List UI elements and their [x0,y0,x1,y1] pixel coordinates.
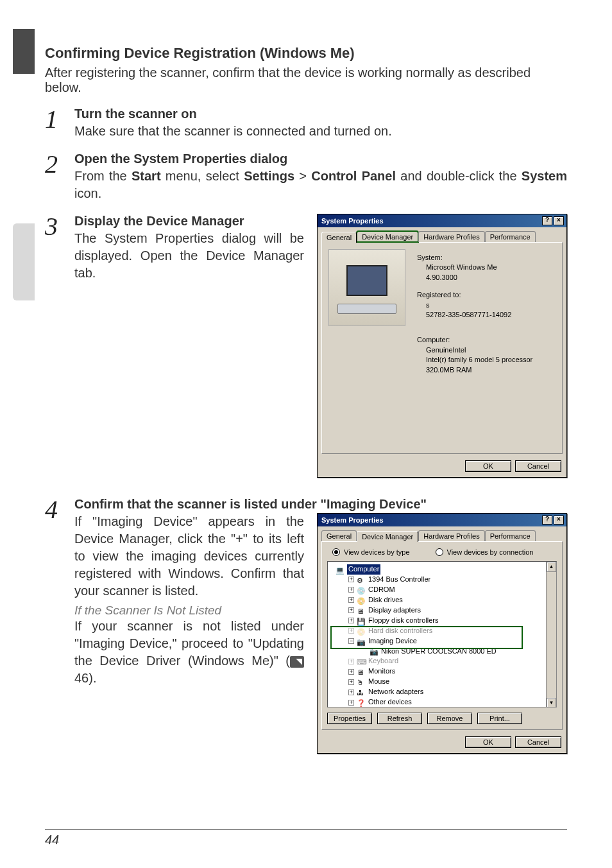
monitor-icon: 🖥 [357,668,366,675]
floppy-icon: 💾 [357,617,366,625]
expand-icon[interactable]: + [348,690,354,695]
other-icon: ❓ [357,699,366,706]
expand-icon[interactable]: + [348,679,354,685]
system-label: System: [417,253,556,263]
radio-label: View devices by type [344,548,410,556]
tree-node[interactable]: +⌨Keyboard [330,656,554,666]
vertical-tab-dark [13,29,35,74]
device-manager-panel: View devices by type View devices by con… [321,541,563,730]
help-button[interactable]: ? [542,516,552,525]
step-3: 3 Display the Device Manager The System … [45,214,567,478]
help-button[interactable]: ? [542,216,552,225]
expand-icon[interactable]: + [348,597,354,603]
tab-general[interactable]: General [321,232,357,243]
print-button[interactable]: Print... [477,713,522,724]
tab-device-manager[interactable]: Device Manager [357,531,418,542]
tab-performance[interactable]: Performance [485,231,536,242]
step-title: Open the System Properties dialog [74,152,567,166]
ok-button[interactable]: OK [465,736,511,748]
system-properties-dialog-general: System Properties ? × General Device Man… [317,214,567,478]
scanner-icon: 📷 [370,647,378,655]
cancel-button[interactable]: Cancel [515,460,561,472]
tab-device-manager[interactable]: Device Manager [357,231,418,242]
step-2: 2 Open the System Properties dialog From… [45,152,567,202]
tree-node[interactable]: +📀Disk drives [330,595,554,605]
scrollbar[interactable]: ▲ ▼ [546,562,556,707]
tree-root[interactable]: 💻 Computer [330,564,554,575]
tab-strip: General Device Manager Hardware Profiles… [318,526,566,541]
display-icon: 🖥 [357,607,366,614]
expand-icon[interactable]: + [348,577,354,582]
remove-button[interactable]: Remove [427,713,472,724]
refresh-button[interactable]: Refresh [377,713,422,724]
computer-label: Computer: [417,335,556,345]
collapse-icon[interactable]: − [348,638,354,644]
system-value: Microsoft Windows Me [417,263,556,272]
imaging-icon: 📷 [357,638,366,645]
bus-icon: ⚙ [357,576,366,584]
vertical-tab-light [13,223,35,300]
scroll-up-icon[interactable]: ▲ [547,562,556,572]
tree-node[interactable]: +⚙1394 Bus Controller [330,575,554,585]
close-button[interactable]: × [554,216,564,225]
tree-node[interactable]: +💾Floppy disk controllers [330,616,554,626]
tree-node[interactable]: +🖥Monitors [330,666,554,677]
step-title: Confirm that the scanner is listed under… [74,497,567,512]
expand-icon[interactable]: + [348,700,354,706]
tree-node[interactable]: +📀Hard disk controllers [330,626,554,636]
expand-icon[interactable]: + [348,628,354,634]
expand-icon[interactable]: + [348,587,354,593]
tab-hardware-profiles[interactable]: Hardware Profiles [418,530,484,541]
tree-node[interactable]: +❓Other devices [330,697,554,707]
tab-general[interactable]: General [321,530,357,541]
expand-icon[interactable]: + [348,669,354,675]
disk-icon: 📀 [357,596,366,604]
computer-value: GenuineIntel [417,345,556,355]
radio-view-by-connection[interactable]: View devices by connection [436,548,534,556]
tree-label: Nikon SUPER COOLSCAN 8000 ED [381,647,497,657]
tree-node[interactable]: +🖱Mouse [330,677,554,687]
step-desc: From the Start menu, select Settings > C… [74,168,567,202]
tree-label: Display adapters [368,605,421,616]
step-number: 3 [45,214,64,478]
intro-text: After registering the scanner, confirm t… [45,65,567,95]
window-title: System Properties [321,217,384,225]
tab-hardware-profiles[interactable]: Hardware Profiles [418,231,484,242]
window-title: System Properties [321,516,384,524]
tree-label: CDROM [368,585,395,595]
registered-value: 52782-335-0587771-14092 [417,310,556,320]
device-tree[interactable]: 💻 Computer +⚙1394 Bus Controller +💿CDROM… [327,561,557,707]
tree-node[interactable]: +🖥Display adapters [330,605,554,616]
tree-node-imaging[interactable]: −📷Imaging Device [330,636,554,647]
titlebar[interactable]: System Properties ? × [318,214,566,227]
step-number: 2 [45,152,64,202]
registered-label: Registered to: [417,290,556,300]
tree-label: Imaging Device [368,636,417,647]
properties-button[interactable]: Properties [327,713,372,724]
tree-label: Disk drives [368,595,403,605]
step-number: 1 [45,107,64,140]
harddisk-icon: 📀 [357,627,366,635]
computer-icon: 💻 [336,566,344,573]
network-icon: 🖧 [357,688,366,696]
cancel-button[interactable]: Cancel [515,736,561,748]
tree-label: Monitors [368,666,395,677]
radio-view-by-type[interactable]: View devices by type [332,548,410,556]
general-panel: System: Microsoft Windows Me 4.90.3000 R… [321,242,563,454]
tab-performance[interactable]: Performance [485,530,536,541]
tree-node[interactable]: +💿CDROM [330,585,554,595]
scroll-down-icon[interactable]: ▼ [547,698,556,707]
tree-node[interactable]: +🖧Network adapters [330,687,554,697]
expand-icon[interactable]: + [348,659,354,664]
step-1: 1 Turn the scanner on Make sure that the… [45,107,567,140]
expand-icon[interactable]: + [348,618,354,623]
titlebar[interactable]: System Properties ? × [318,514,566,526]
close-button[interactable]: × [554,516,564,525]
computer-value: 320.0MB RAM [417,365,556,375]
tree-node-scanner[interactable]: 📷Nikon SUPER COOLSCAN 8000 ED [330,647,554,657]
sub-section-title: If the Scanner Is Not Listed [74,603,304,618]
system-properties-dialog-devicemanager: System Properties ? × General Device Man… [317,513,567,754]
expand-icon[interactable]: + [348,607,354,613]
computer-value: Intel(r) family 6 model 5 processor [417,355,556,365]
ok-button[interactable]: OK [465,460,511,472]
